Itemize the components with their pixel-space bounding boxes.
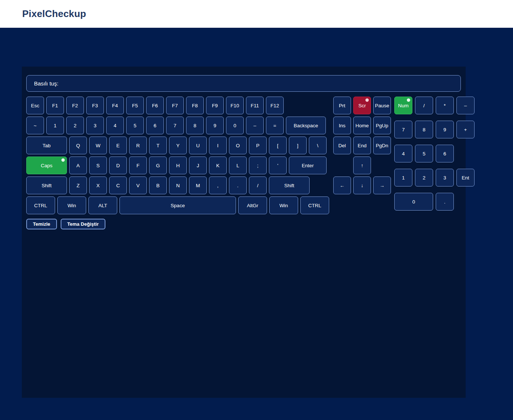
numpad-key-numpad-minus[interactable]: – [456,97,475,114]
numpad-key-numpad-enter[interactable]: Ent [456,169,475,187]
main-key-shift-left[interactable]: Shift [26,177,67,194]
nav-key-prt[interactable]: Prt [333,97,351,114]
nav-key-ins[interactable]: Ins [333,117,351,134]
main-key-bracket-open[interactable]: [ [269,137,287,154]
main-key-esc[interactable]: Esc [26,97,44,114]
main-key-r[interactable]: R [129,137,147,154]
main-key-x[interactable]: X [89,177,107,194]
main-key-t[interactable]: T [149,137,167,154]
main-key-f2[interactable]: F2 [66,97,84,114]
nav-key-arrow-right[interactable]: → [373,177,391,194]
main-key-o[interactable]: O [229,137,247,154]
main-key-m[interactable]: M [189,177,207,194]
main-key-i[interactable]: I [209,137,227,154]
main-key-5[interactable]: 5 [126,117,144,134]
numpad-key-numpad-multiply[interactable]: * [436,97,454,114]
main-key-minus[interactable]: – [246,117,264,134]
numpad-key-num[interactable]: Num [394,97,412,114]
main-key-v[interactable]: V [129,177,147,194]
main-key-j[interactable]: J [189,157,207,174]
main-key-tab[interactable]: Tab [26,137,67,154]
main-key-a[interactable]: A [69,157,87,174]
main-key-f4[interactable]: F4 [106,97,124,114]
main-key-f7[interactable]: F7 [166,97,184,114]
main-key-ctrl-right[interactable]: CTRL [300,196,329,214]
main-key-q[interactable]: Q [69,137,87,154]
main-key-h[interactable]: H [169,157,187,174]
main-key-f6[interactable]: F6 [146,97,164,114]
main-key-win-right[interactable]: Win [269,196,298,214]
numpad-key-numpad-9[interactable]: 9 [436,121,454,138]
main-key-altgr[interactable]: AltGr [238,196,267,214]
main-key-space[interactable]: Space [119,196,236,214]
main-key-s[interactable]: S [89,157,107,174]
main-key-f1[interactable]: F1 [46,97,64,114]
main-key-n[interactable]: N [169,177,187,194]
numpad-key-numpad-8[interactable]: 8 [415,121,433,138]
main-key-semicolon[interactable]: ; [249,157,267,174]
nav-key-arrow-down[interactable]: ↓ [353,177,371,194]
theme-toggle-button[interactable]: Tema Değiştir [61,219,105,229]
main-key-f8[interactable]: F8 [186,97,204,114]
main-key-e[interactable]: E [109,137,127,154]
nav-key-pgup[interactable]: PgUp [373,117,391,134]
main-key-l[interactable]: L [229,157,247,174]
main-key-f9[interactable]: F9 [206,97,224,114]
main-key-2[interactable]: 2 [66,117,84,134]
main-key-4[interactable]: 4 [106,117,124,134]
main-key-3[interactable]: 3 [86,117,104,134]
main-key-f10[interactable]: F10 [226,97,244,114]
main-key-bracket-close[interactable]: ] [289,137,307,154]
nav-key-pause[interactable]: Pause [373,97,391,114]
main-key-f[interactable]: F [129,157,147,174]
main-key-g[interactable]: G [149,157,167,174]
main-key-enter[interactable]: Enter [289,157,327,174]
main-key-k[interactable]: K [209,157,227,174]
numpad-key-numpad-2[interactable]: 2 [415,169,433,187]
numpad-key-numpad-1[interactable]: 1 [394,169,412,187]
main-key-ctrl-left[interactable]: CTRL [26,196,55,214]
main-key-f11[interactable]: F11 [246,97,264,114]
main-key-tilde[interactable]: ~ [26,117,44,134]
main-key-f12[interactable]: F12 [266,97,284,114]
main-key-alt[interactable]: ALT [88,196,117,214]
main-key-equals[interactable]: = [266,117,284,134]
main-key-8[interactable]: 8 [186,117,204,134]
main-key-comma[interactable]: , [209,177,227,194]
nav-key-pgdn[interactable]: PgDn [373,137,391,154]
nav-key-del[interactable]: Del [333,137,351,154]
main-key-7[interactable]: 7 [166,117,184,134]
main-key-c[interactable]: C [109,177,127,194]
numpad-key-numpad-plus[interactable]: + [456,121,475,138]
nav-key-home[interactable]: Home [353,117,371,134]
main-key-period[interactable]: . [229,177,247,194]
main-key-y[interactable]: Y [169,137,187,154]
numpad-key-numpad-6[interactable]: 6 [436,145,454,162]
main-key-1[interactable]: 1 [46,117,64,134]
nav-key-scr[interactable]: Scr [353,97,371,114]
nav-key-end[interactable]: End [353,137,371,154]
main-key-6[interactable]: 6 [146,117,164,134]
main-key-p[interactable]: P [249,137,267,154]
main-key-f5[interactable]: F5 [126,97,144,114]
numpad-key-numpad-3[interactable]: 3 [436,169,454,187]
main-key-d[interactable]: D [109,157,127,174]
numpad-key-numpad-4[interactable]: 4 [394,145,412,162]
main-key-slash[interactable]: / [249,177,267,194]
main-key-shift-right[interactable]: Shift [269,177,310,194]
main-key-u[interactable]: U [189,137,207,154]
main-key-f3[interactable]: F3 [86,97,104,114]
numpad-key-numpad-divide[interactable]: / [415,97,433,114]
main-key-backspace[interactable]: Backspace [286,117,326,134]
numpad-key-numpad-5[interactable]: 5 [415,145,433,162]
clear-button[interactable]: Temizle [26,219,57,229]
main-key-0[interactable]: 0 [226,117,244,134]
main-key-backslash[interactable]: \ [309,137,327,154]
main-key-quote[interactable]: ' [269,157,287,174]
main-key-b[interactable]: B [149,177,167,194]
main-key-caps[interactable]: Caps [26,157,67,174]
numpad-key-numpad-0[interactable]: 0 [394,193,433,211]
numpad-key-numpad-decimal[interactable]: . [436,193,454,211]
numpad-key-numpad-7[interactable]: 7 [394,121,412,138]
nav-key-arrow-left[interactable]: ← [333,177,351,194]
